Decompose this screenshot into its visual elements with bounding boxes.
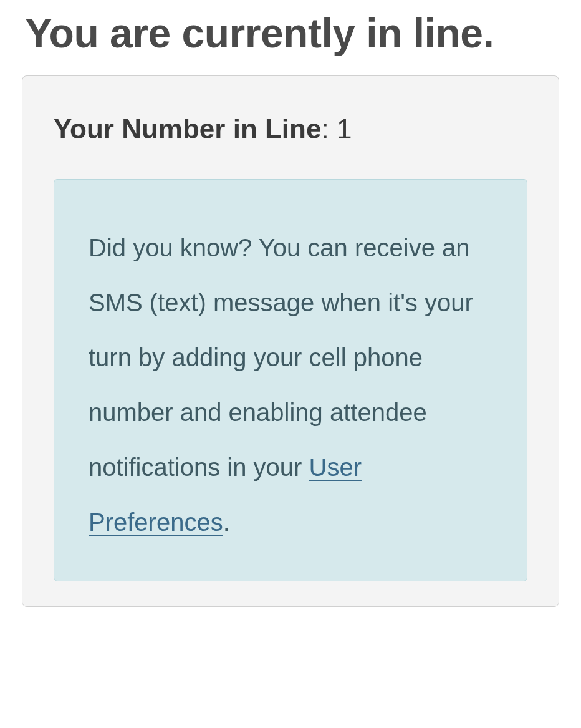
line-number-label: Your Number in Line <box>54 114 321 144</box>
page-title: You are currently in line. <box>0 0 581 75</box>
line-number-separator: : <box>321 114 336 144</box>
info-text-after-link: . <box>223 508 230 536</box>
info-text-before-link: Did you know? You can receive an SMS (te… <box>89 234 473 481</box>
sms-info-box: Did you know? You can receive an SMS (te… <box>54 179 527 581</box>
line-number-heading: Your Number in Line: 1 <box>54 114 527 145</box>
queue-status-card: Your Number in Line: 1 Did you know? You… <box>22 75 559 607</box>
sms-info-text: Did you know? You can receive an SMS (te… <box>89 220 492 550</box>
line-number-value: 1 <box>337 114 352 144</box>
